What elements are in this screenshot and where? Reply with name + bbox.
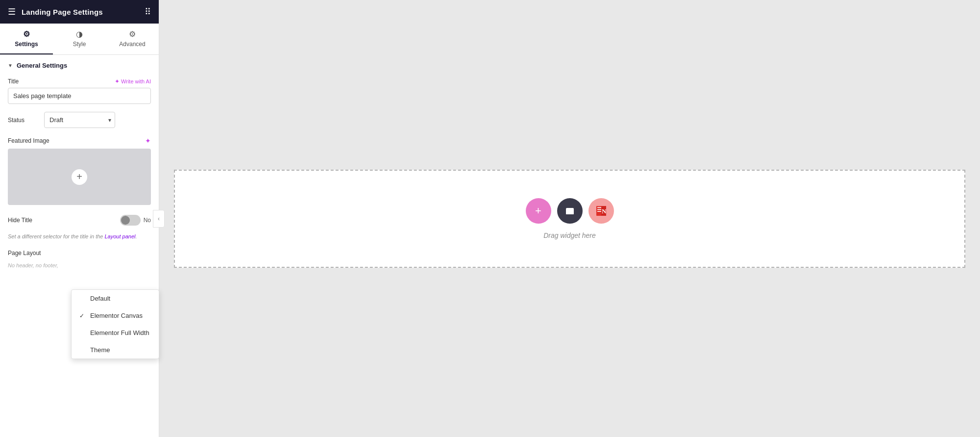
collapse-panel-handle[interactable]: ‹: [153, 210, 165, 228]
featured-image-placeholder[interactable]: +: [8, 149, 151, 205]
panel-content: ▼ General Settings Title ✦ Write with AI…: [0, 55, 159, 437]
plus-icon: +: [535, 205, 541, 217]
svg-rect-5: [597, 209, 601, 210]
hide-title-row: Hide Title No: [0, 210, 159, 231]
tabs-bar: ⚙ Settings ◑ Style ⚙ Advanced: [0, 24, 159, 55]
svg-rect-4: [597, 207, 601, 208]
drag-zone: +: [174, 170, 965, 268]
tab-settings[interactable]: ⚙ Settings: [0, 24, 53, 54]
dropdown-default-label: Default: [90, 295, 110, 302]
svg-rect-6: [597, 211, 601, 212]
general-settings-section: ▼ General Settings: [0, 55, 159, 74]
dropdown-elementor-canvas-label: Elementor Canvas: [90, 312, 143, 319]
dropdown-elementor-full-width-label: Elementor Full Width: [90, 329, 149, 336]
title-input[interactable]: [8, 88, 151, 104]
dropdown-item-default[interactable]: Default: [72, 290, 159, 307]
tab-style-label: Style: [73, 41, 86, 48]
status-select[interactable]: Draft Published Private: [44, 112, 115, 128]
newspaper-icon: N: [594, 204, 608, 218]
folder-widget-icon[interactable]: [557, 198, 583, 224]
write-with-ai-button[interactable]: ✦ Write with AI: [115, 78, 151, 85]
page-title: Landing Page Settings: [22, 8, 103, 16]
toggle-knob: [121, 216, 130, 225]
check-elementor-canvas: ✓: [79, 312, 86, 319]
hide-title-toggle-wrapper: No: [120, 215, 151, 226]
title-label: Title: [8, 78, 19, 85]
featured-image-label: Featured Image: [8, 137, 49, 144]
svg-rect-1: [566, 209, 574, 214]
collapse-arrow-icon[interactable]: ▼: [8, 63, 13, 68]
news-widget-icon[interactable]: N: [588, 198, 614, 224]
tab-style[interactable]: ◑ Style: [53, 24, 106, 54]
svg-text:N: N: [602, 207, 607, 215]
status-label: Status: [8, 117, 24, 124]
dropdown-item-theme[interactable]: Theme: [72, 341, 159, 359]
style-tab-icon: ◑: [76, 29, 83, 39]
info-text-content: Set a different selector for the title i…: [8, 233, 105, 239]
dropdown-item-elementor-canvas[interactable]: ✓ Elementor Canvas: [72, 307, 159, 324]
status-select-wrapper: Draft Published Private ▾: [44, 112, 115, 128]
tab-advanced-label: Advanced: [119, 41, 145, 48]
page-layout-dropdown: Default ✓ Elementor Canvas Elementor Ful…: [71, 289, 159, 359]
grid-icon[interactable]: ⠿: [145, 6, 151, 17]
drag-widget-text: Drag widget here: [543, 231, 596, 239]
add-widget-button[interactable]: +: [526, 198, 551, 224]
toggle-no-label: No: [144, 217, 151, 224]
featured-image-row: Featured Image ✦ +: [0, 132, 159, 210]
page-layout-row: Page Layout: [0, 246, 159, 260]
add-image-button[interactable]: +: [72, 169, 87, 185]
general-settings-label: General Settings: [17, 62, 67, 69]
canvas-area: +: [159, 0, 980, 437]
tab-settings-label: Settings: [15, 41, 38, 48]
sparkle-icon: ✦: [115, 78, 120, 85]
hide-title-label: Hide Title: [8, 217, 32, 224]
magic-wand-icon[interactable]: ✦: [145, 137, 151, 145]
tab-advanced[interactable]: ⚙ Advanced: [106, 24, 159, 54]
hide-title-toggle[interactable]: [120, 215, 141, 226]
right-canvas: +: [159, 0, 980, 437]
write-ai-label: Write with AI: [121, 78, 151, 84]
title-field-header: Title ✦ Write with AI: [8, 78, 151, 85]
top-bar: ☰ Landing Page Settings ⠿: [0, 0, 159, 24]
footer-note: No header, no footer,: [0, 260, 159, 272]
dropdown-theme-label: Theme: [90, 346, 110, 354]
title-field-row: Title ✦ Write with AI: [0, 74, 159, 108]
layout-panel-link[interactable]: Layout panel: [105, 233, 136, 239]
status-row: Status Draft Published Private ▾: [0, 108, 159, 132]
left-panel: ☰ Landing Page Settings ⠿ ⚙ Settings ◑ S…: [0, 0, 159, 437]
dropdown-item-elementor-full-width[interactable]: Elementor Full Width: [72, 324, 159, 341]
advanced-tab-icon: ⚙: [129, 29, 136, 39]
page-layout-label: Page Layout: [8, 250, 41, 257]
folder-icon: [564, 206, 575, 216]
info-text: Set a different selector for the title i…: [0, 231, 159, 246]
hamburger-icon[interactable]: ☰: [8, 6, 16, 17]
featured-image-header: Featured Image ✦: [8, 137, 151, 145]
settings-tab-icon: ⚙: [23, 29, 30, 39]
widget-icons: +: [526, 198, 614, 224]
